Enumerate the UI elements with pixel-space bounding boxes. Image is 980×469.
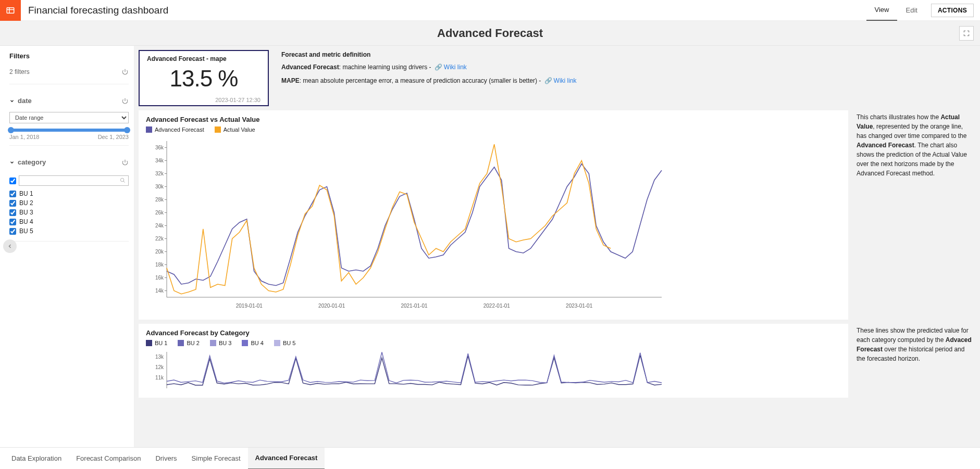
legend-item: BU 3 <box>219 340 231 346</box>
wiki-link[interactable]: Wiki link <box>554 77 577 84</box>
metric-card-mape[interactable]: Advanced Forecast - mape 13.5 % 2023-01-… <box>139 50 269 106</box>
main-content: Advanced Forecast - mape 13.5 % 2023-01-… <box>134 46 980 447</box>
tab-view[interactable]: View <box>866 0 898 21</box>
filters-heading: Filters <box>9 52 129 60</box>
def-af-text: : machine learning using drivers - <box>339 64 433 71</box>
svg-text:32k: 32k <box>155 171 164 176</box>
chevron-left-icon <box>7 243 13 249</box>
filters-sidebar: Filters 2 filters date Date range <box>0 46 134 447</box>
metric-title: Advanced Forecast - mape <box>147 55 260 62</box>
power-icon[interactable] <box>121 97 129 105</box>
bu-label: BU 4 <box>19 218 33 225</box>
svg-line-4 <box>123 181 125 183</box>
bu-checkbox[interactable] <box>9 228 16 235</box>
slider-knob-end[interactable] <box>124 127 130 133</box>
svg-text:2019-01-01: 2019-01-01 <box>236 303 263 309</box>
legend-item: Advanced Forecast <box>155 126 204 133</box>
filters-count: 2 filters <box>9 68 30 75</box>
bu-item: BU 1 <box>9 189 129 198</box>
svg-text:24k: 24k <box>155 223 164 229</box>
link-icon: 🔗 <box>435 64 442 71</box>
chart-legend: BU 1BU 2BU 3BU 4BU 5 <box>146 340 841 346</box>
bottom-tab[interactable]: Advanced Forecast <box>248 448 325 470</box>
legend-item: BU 5 <box>283 340 295 346</box>
bu-checkbox[interactable] <box>9 200 16 207</box>
metric-timestamp: 2023-01-27 12:30 <box>147 97 260 103</box>
bu-checkbox[interactable] <box>9 191 16 197</box>
page-title: Advanced Forecast <box>437 27 543 40</box>
app-logo[interactable] <box>0 0 21 21</box>
svg-text:2020-01-01: 2020-01-01 <box>318 303 345 309</box>
power-icon[interactable] <box>121 159 129 166</box>
svg-text:11k: 11k <box>155 375 164 381</box>
tab-edit[interactable]: Edit <box>897 0 925 21</box>
bottom-tab[interactable]: Data Exploration <box>4 448 69 470</box>
svg-text:34k: 34k <box>155 158 164 163</box>
divider <box>9 84 129 84</box>
bottom-tab[interactable]: Drivers <box>148 448 184 470</box>
app-title: Financial forecasting dashboard <box>28 5 168 16</box>
svg-text:16k: 16k <box>155 275 164 281</box>
legend-item: BU 4 <box>251 340 263 346</box>
topbar: Financial forecasting dashboard View Edi… <box>0 0 980 21</box>
chart-canvas: 14k16k18k20k22k24k26k28k30k32k34k36k2019… <box>146 136 667 313</box>
select-all-checkbox[interactable] <box>9 178 16 184</box>
chart-title: Advanced Forecast by Category <box>146 329 841 337</box>
sidebar-collapse-button[interactable] <box>3 239 17 253</box>
bu-label: BU 5 <box>19 227 33 235</box>
legend-item: BU 1 <box>155 340 167 346</box>
date-range-select[interactable]: Date range <box>9 112 129 123</box>
link-icon: 🔗 <box>544 77 552 84</box>
svg-text:20k: 20k <box>155 249 164 255</box>
date-range-slider[interactable] <box>10 129 128 132</box>
svg-text:2021-01-01: 2021-01-01 <box>401 303 428 309</box>
slider-knob-start[interactable] <box>8 127 14 133</box>
chart-title: Advanced Forecast vs Actual Value <box>146 116 841 123</box>
bu-checkbox[interactable] <box>9 209 16 216</box>
svg-text:13k: 13k <box>155 354 164 360</box>
bu-label: BU 1 <box>19 190 33 197</box>
definitions-card: Forecast and metric definition Advanced … <box>276 50 976 106</box>
bottom-tab[interactable]: Simple Forecast <box>184 448 248 470</box>
wiki-link[interactable]: Wiki link <box>444 64 467 71</box>
divider <box>9 241 129 242</box>
chart-description: This charts illustrates how the Actual V… <box>853 110 976 320</box>
bu-item: BU 4 <box>9 217 129 226</box>
svg-text:26k: 26k <box>155 210 164 216</box>
category-search-input[interactable] <box>19 175 129 186</box>
svg-text:36k: 36k <box>155 145 164 150</box>
legend-item: Actual Value <box>224 126 255 133</box>
bu-checkbox[interactable] <box>9 219 16 225</box>
chart-forecast-vs-actual: Advanced Forecast vs Actual Value Advanc… <box>139 110 848 320</box>
actions-button[interactable]: ACTIONS <box>931 4 974 17</box>
chart-canvas: 11k12k13k <box>146 349 667 391</box>
bottom-tabs: Data ExplorationForecast ComparisonDrive… <box>0 447 980 469</box>
chart-forecast-by-category: Advanced Forecast by Category BU 1BU 2BU… <box>139 324 848 398</box>
svg-text:2022-01-01: 2022-01-01 <box>483 303 511 309</box>
svg-point-3 <box>120 178 123 181</box>
svg-text:14k: 14k <box>155 288 164 294</box>
filter-date-label: date <box>18 97 32 105</box>
bottom-tab[interactable]: Forecast Comparison <box>69 448 148 470</box>
bu-item: BU 2 <box>9 198 129 208</box>
chart-description: These lines show the predicted value for… <box>853 324 976 398</box>
def-mape-label: MAPE <box>281 77 300 84</box>
power-icon[interactable] <box>121 68 129 75</box>
divider <box>9 145 129 146</box>
chevron-down-icon[interactable] <box>9 98 15 104</box>
date-end: Dec 1, 2023 <box>98 134 129 140</box>
legend-item: BU 2 <box>187 340 199 346</box>
svg-text:22k: 22k <box>155 236 164 242</box>
chevron-down-icon[interactable] <box>9 160 15 165</box>
bu-label: BU 3 <box>19 209 33 216</box>
search-icon <box>120 178 126 184</box>
fullscreen-button[interactable] <box>959 26 974 41</box>
chart-legend: Advanced Forecast Actual Value <box>146 126 841 133</box>
date-start: Jan 1, 2018 <box>9 134 40 140</box>
metric-value: 13.5 % <box>147 66 260 92</box>
page-header-strip: Advanced Forecast <box>0 21 980 46</box>
def-mape-text: : mean absolute percentage error, a meas… <box>300 77 543 84</box>
bu-item: BU 3 <box>9 208 129 217</box>
svg-text:12k: 12k <box>155 364 164 370</box>
fullscreen-icon <box>963 30 970 37</box>
